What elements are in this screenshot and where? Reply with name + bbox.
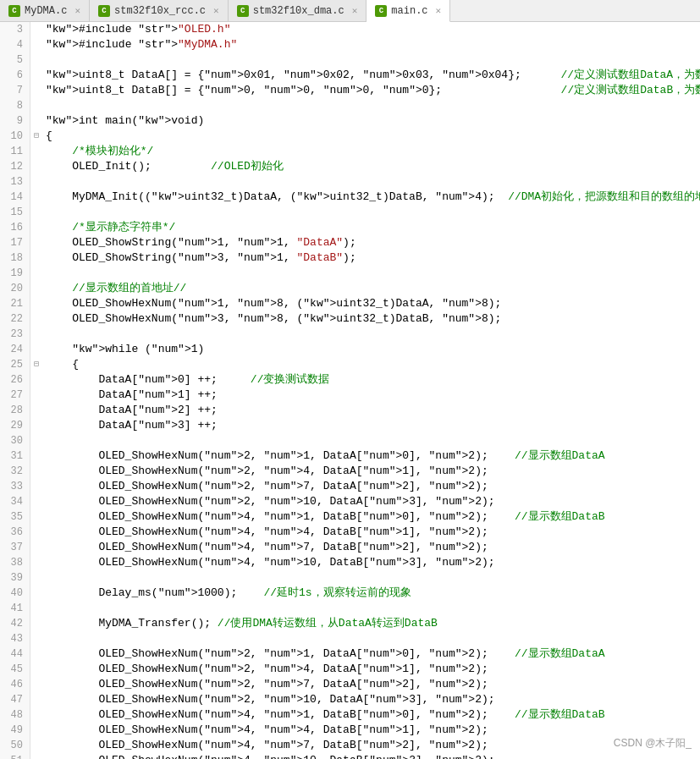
code-line: 20 //显示数组的首地址//: [0, 281, 700, 296]
code-line: 22 OLED_ShowHexNum("num">3, "num">8, ("k…: [0, 311, 700, 327]
line-number: 38: [0, 555, 30, 570]
tab-main-c[interactable]: C main.c ✕: [367, 0, 450, 22]
code-text: DataA["num">3] ++;: [42, 418, 700, 433]
line-number: 47: [0, 692, 30, 707]
tab-label-mydma: MyDMA.c: [25, 5, 67, 17]
fold-gutter[interactable]: ⊟: [30, 357, 42, 372]
tab-stm32-dma[interactable]: C stm32f10x_dma.c ✕: [229, 0, 367, 21]
code-line: 34 OLED_ShowHexNum("num">2, "num">10, Da…: [0, 494, 700, 509]
editor: 3"kw">#include "str">"OLED.h"4"kw">#incl…: [0, 22, 700, 759]
line-number: 28: [0, 403, 30, 418]
code-text: OLED_ShowHexNum("num">4, "num">4, DataB[…: [42, 525, 700, 540]
fold-gutter: [30, 190, 42, 205]
fold-gutter: [30, 433, 42, 448]
fold-gutter: [30, 738, 42, 753]
fold-gutter: [30, 753, 42, 759]
tab-mydma-c[interactable]: C MyDMA.c ✕: [0, 0, 90, 21]
line-number: 7: [0, 83, 30, 98]
code-line: 43: [0, 631, 700, 646]
tab-close-dma[interactable]: ✕: [352, 5, 358, 16]
code-line: 46 OLED_ShowHexNum("num">2, "num">7, Dat…: [0, 677, 700, 692]
fold-gutter: [30, 68, 42, 83]
fold-gutter: [30, 692, 42, 707]
code-text: OLED_ShowHexNum("num">3, "num">8, ("kw">…: [42, 311, 700, 327]
line-number: 39: [0, 570, 30, 586]
code-line: 4"kw">#include "str">"MyDMA.h": [0, 37, 700, 52]
code-line: 37 OLED_ShowHexNum("num">4, "num">7, Dat…: [0, 540, 700, 555]
code-text: [42, 52, 700, 68]
code-text: [42, 174, 700, 190]
tab-stm32-rcc[interactable]: C stm32f10x_rcc.c ✕: [90, 0, 229, 21]
line-number: 49: [0, 723, 30, 738]
line-number: 13: [0, 174, 30, 190]
code-text: {: [42, 357, 700, 372]
code-text: DataA["num">0] ++; //变换测试数据: [42, 372, 700, 388]
fold-gutter: [30, 388, 42, 403]
code-line: 14 MyDMA_Init(("kw">uint32_t)DataA, ("kw…: [0, 190, 700, 205]
code-line: 3"kw">#include "str">"OLED.h": [0, 22, 700, 37]
line-number: 23: [0, 327, 30, 342]
code-line: 24 "kw">while ("num">1): [0, 342, 700, 357]
code-line: 32 OLED_ShowHexNum("num">2, "num">4, Dat…: [0, 464, 700, 479]
code-line: 15: [0, 205, 700, 220]
code-text: [42, 601, 700, 616]
file-icon-mydma: C: [8, 5, 20, 17]
fold-gutter: [30, 464, 42, 479]
line-number: 19: [0, 266, 30, 281]
line-number: 6: [0, 68, 30, 83]
code-text: [42, 570, 700, 586]
line-number: 21: [0, 296, 30, 311]
fold-gutter: [30, 677, 42, 692]
code-line: 13: [0, 174, 700, 190]
fold-gutter: [30, 98, 42, 113]
code-text: MyDMA_Init(("kw">uint32_t)DataA, ("kw">u…: [42, 190, 700, 205]
line-number: 50: [0, 738, 30, 753]
line-number: 27: [0, 388, 30, 403]
code-line: 35 OLED_ShowHexNum("num">4, "num">1, Dat…: [0, 509, 700, 525]
code-line: 50 OLED_ShowHexNum("num">4, "num">7, Dat…: [0, 738, 700, 753]
code-line: 40 Delay_ms("num">1000); //延时1s，观察转运前的现象: [0, 586, 700, 601]
code-line: 30: [0, 433, 700, 448]
line-number: 18: [0, 250, 30, 266]
tab-close-rcc[interactable]: ✕: [213, 5, 219, 16]
fold-gutter: [30, 723, 42, 738]
fold-gutter: [30, 37, 42, 52]
code-text: OLED_ShowHexNum("num">2, "num">10, DataA…: [42, 692, 700, 707]
code-line: 38 OLED_ShowHexNum("num">4, "num">10, Da…: [0, 555, 700, 570]
code-text: DataA["num">2] ++;: [42, 403, 700, 418]
line-number: 51: [0, 753, 30, 759]
line-number: 45: [0, 662, 30, 677]
code-line: 5: [0, 52, 700, 68]
line-number: 34: [0, 494, 30, 509]
fold-gutter: [30, 372, 42, 388]
code-text: OLED_ShowHexNum("num">2, "num">7, DataA[…: [42, 677, 700, 692]
fold-gutter[interactable]: ⊟: [30, 129, 42, 144]
code-line: 17 OLED_ShowString("num">1, "num">1, "Da…: [0, 235, 700, 250]
tab-label-dma: stm32f10x_dma.c: [253, 5, 344, 17]
line-number: 33: [0, 479, 30, 494]
fold-gutter: [30, 266, 42, 281]
tab-close-mydma[interactable]: ✕: [74, 5, 80, 16]
code-text: OLED_ShowHexNum("num">2, "num">7, DataA[…: [42, 479, 700, 494]
line-number: 32: [0, 464, 30, 479]
fold-gutter: [30, 250, 42, 266]
line-number: 3: [0, 22, 30, 37]
fold-gutter: [30, 707, 42, 723]
fold-gutter: [30, 220, 42, 235]
code-text: OLED_ShowHexNum("num">2, "num">10, DataA…: [42, 494, 700, 509]
fold-gutter: [30, 144, 42, 159]
code-line: 10⊟{: [0, 129, 700, 144]
tab-close-main[interactable]: ✕: [436, 5, 442, 16]
code-line: 19: [0, 266, 700, 281]
fold-gutter: [30, 296, 42, 311]
line-number: 20: [0, 281, 30, 296]
code-text: /*显示静态字符串*/: [42, 220, 700, 235]
line-number: 14: [0, 190, 30, 205]
tab-bar: C MyDMA.c ✕ C stm32f10x_rcc.c ✕ C stm32f…: [0, 0, 700, 22]
fold-gutter: [30, 509, 42, 525]
code-line: 25⊟ {: [0, 357, 700, 372]
code-line: 7"kw">uint8_t DataB[] = {"num">0, "num">…: [0, 83, 700, 98]
code-container: 3"kw">#include "str">"OLED.h"4"kw">#incl…: [0, 22, 700, 759]
line-number: 16: [0, 220, 30, 235]
fold-gutter: [30, 646, 42, 662]
